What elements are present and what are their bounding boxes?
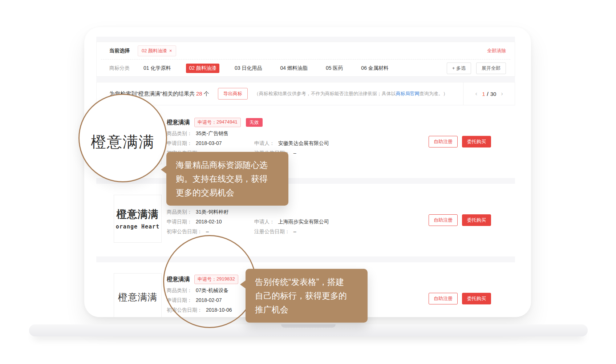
- apply-date-label: 申请日期：: [167, 140, 192, 146]
- row-actions: 自助注册 委托购买: [429, 293, 491, 304]
- magnified-trademark-text: 橙意满满: [91, 124, 155, 152]
- tab-category-05[interactable]: 05 医药: [323, 64, 346, 73]
- category-field-value: 35类-广告销售: [196, 130, 228, 136]
- results-header: 为您检索到“橙意满满”相关的结果共28个 导出商标 （商标检索结果仅供参考，不作…: [96, 82, 515, 105]
- expand-all-button[interactable]: 展开全部: [476, 62, 506, 74]
- official-site-link[interactable]: 商标局官网: [396, 91, 420, 96]
- row-actions: 自助注册 委托购买: [429, 214, 491, 226]
- current-selection-label: 当前选择: [109, 48, 130, 54]
- trademark-image-text: 橙意满满: [118, 291, 157, 304]
- tooltip-line: 自己的标行，获得更多的: [255, 289, 358, 303]
- entrust-buy-button[interactable]: 委托购买: [462, 293, 491, 304]
- registration-publication-value: –: [293, 228, 296, 234]
- tooltip-marketplace: 海量精品商标资源随心选 购。支持在线交易，获得 更多的交易机会: [166, 152, 288, 206]
- tooltip-line: 购。支持在线交易，获得: [176, 172, 279, 186]
- disclaimer-prefix: （商标检索结果仅供参考，不作为商标能否注册的法律依据；具体以: [254, 91, 396, 96]
- registration-publication-label: 注册公告日期：: [254, 228, 290, 234]
- category-row: 商标分类 01 化学原料 02 颜料油漆 03 日化用品 04 燃料油脂 05 …: [97, 60, 515, 77]
- tooltip-line: 海量精品商标资源随心选: [176, 158, 279, 172]
- tab-category-06[interactable]: 06 金属材料: [358, 64, 391, 73]
- trademark-search-page: 当前选择 02 颜料油漆 × 全部清除 商标分类 01 化学原料 02 颜料油漆…: [0, 0, 616, 364]
- export-trademark-button[interactable]: 导出商标: [218, 88, 248, 100]
- category-field-label: 商品类别：: [167, 209, 192, 215]
- row-actions: 自助注册 委托购买: [429, 136, 491, 147]
- clear-all-button[interactable]: 全部清除: [487, 48, 506, 54]
- category-field-label: 商品类别：: [167, 130, 192, 136]
- category-actions: + 多选 展开全部: [442, 62, 506, 74]
- apply-date-value: 2018-02-10: [196, 219, 222, 225]
- tab-category-03[interactable]: 03 日化用品: [232, 64, 265, 73]
- disclaimer-note: （商标检索结果仅供参考，不作为商标能否注册的法律依据；具体以商标局官网查询为准。…: [254, 90, 448, 97]
- application-number-tag: 申请号：29474941: [194, 118, 241, 127]
- date-applicant-line: 申请日期： 2018-03-07 申请人： 安徽美达会展有限公司: [167, 138, 329, 148]
- tab-category-01[interactable]: 01 化学原料: [141, 64, 174, 73]
- multi-select-button[interactable]: + 多选: [447, 62, 471, 74]
- results-unit: 个: [204, 90, 209, 97]
- date-applicant-line: 申请日期： 2018-02-10 申请人： 上海雨步实业有限公司: [167, 217, 329, 227]
- category-line: 商品类别： 31类-饲料种籽: [167, 207, 329, 217]
- magnifier-circle: 橙意满满: [78, 94, 167, 182]
- tooltip-line: 推广机会: [255, 303, 358, 316]
- apply-date-pair: 申请日期： 2018-03-07: [167, 138, 253, 148]
- first-publication-label: 初审公告日期：: [167, 228, 202, 234]
- category-label: 商标分类: [109, 65, 130, 72]
- trademark-image: 橙意满满 orange Heart: [114, 195, 162, 243]
- tooltip-line: 更多的交易机会: [176, 186, 279, 199]
- current-page: 1: [482, 91, 485, 97]
- prev-page-icon[interactable]: ‹: [472, 90, 480, 97]
- self-register-button[interactable]: 自助注册: [429, 214, 458, 226]
- current-selection-row: 当前选择 02 颜料油漆 × 全部清除: [97, 42, 515, 59]
- applicant-pair: 申请人： 上海雨步实业有限公司: [254, 217, 329, 227]
- applicant-value: 安徽美达会展有限公司: [278, 140, 329, 146]
- filter-card: 当前选择 02 颜料油漆 × 全部清除 商标分类 01 化学原料 02 颜料油漆…: [96, 42, 515, 77]
- applicant-label: 申请人：: [254, 140, 275, 146]
- self-register-button[interactable]: 自助注册: [429, 293, 458, 304]
- apply-date-label: 申请日期：: [167, 219, 192, 225]
- self-register-button[interactable]: 自助注册: [429, 136, 458, 147]
- result-row: 橙意满满 orange Heart 橙意满满 申请号：29482153 已注册 …: [96, 184, 515, 256]
- title-line: 橙意满满 申请号：29474941 无效: [167, 116, 329, 129]
- tooltip-arrow-icon: [240, 280, 246, 288]
- tab-category-02-selected[interactable]: 02 颜料油漆: [186, 64, 219, 73]
- laptop-base-notch: [281, 324, 336, 328]
- trademark-image-subtext: orange Heart: [116, 223, 159, 230]
- trademark-image: 橙意满满: [114, 273, 162, 317]
- disclaimer-suffix: 查询为准。）: [420, 91, 448, 96]
- category-field-value: 31类-饲料种籽: [196, 209, 228, 215]
- entrust-buy-button[interactable]: 委托购买: [462, 214, 491, 226]
- status-badge: 无效: [246, 118, 263, 127]
- trademark-name: 橙意满满: [167, 119, 190, 126]
- tab-category-04[interactable]: 04 燃料油脂: [277, 64, 310, 73]
- registration-publication-value: –: [293, 150, 296, 156]
- first-publication-value: –: [206, 228, 209, 234]
- tooltip-line: 告别传统“发表格”，搭建: [255, 275, 358, 289]
- application-number-value: 29474941: [216, 119, 238, 126]
- apply-date-pair: 申请日期： 2018-02-10: [167, 217, 253, 227]
- apply-date-value: 2018-03-07: [196, 140, 222, 146]
- pagination: ‹ 1 / 30 ›: [463, 82, 515, 105]
- laptop-base: [29, 324, 588, 336]
- category-line: 商品类别： 35类-广告销售: [167, 129, 329, 138]
- tooltip-promotion: 告别传统“发表格”，搭建 自己的标行，获得更多的 推广机会: [246, 269, 368, 323]
- applicant-label: 申请人：: [254, 219, 275, 225]
- application-number-label: 申请号：: [198, 119, 216, 126]
- trademark-image-text: 橙意满满: [117, 207, 159, 221]
- results-count: 28: [196, 90, 202, 97]
- tooltip-arrow-icon: [161, 166, 166, 174]
- applicant-pair: 申请人： 安徽美达会展有限公司: [254, 138, 329, 148]
- entrust-buy-button[interactable]: 委托购买: [462, 136, 491, 147]
- total-pages: 30: [490, 91, 497, 97]
- selected-filter-tag[interactable]: 02 颜料油漆 ×: [138, 45, 176, 56]
- selected-filter-tag-text: 02 颜料油漆: [142, 48, 167, 54]
- close-icon[interactable]: ×: [169, 48, 172, 53]
- next-page-icon[interactable]: ›: [498, 90, 506, 97]
- registration-publication-pair: 注册公告日期： –: [254, 227, 296, 236]
- page-separator: /: [487, 91, 488, 97]
- category-tabs: 01 化学原料 02 颜料油漆 03 日化用品 04 燃料油脂 05 医药 06…: [141, 64, 404, 73]
- applicant-value: 上海雨步实业有限公司: [278, 219, 329, 225]
- publication-line: 初审公告日期： – 注册公告日期： –: [167, 227, 329, 236]
